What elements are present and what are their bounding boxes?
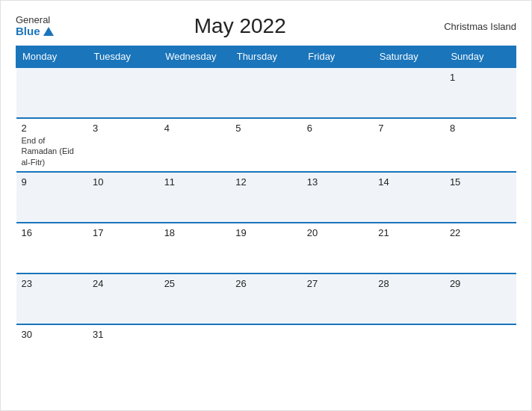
calendar-cell bbox=[373, 324, 445, 375]
calendar-cell: 30 bbox=[16, 324, 88, 375]
calendar-cell bbox=[230, 67, 302, 118]
day-number: 11 bbox=[164, 176, 226, 188]
day-number: 7 bbox=[378, 123, 439, 134]
region-label: Christmas Island bbox=[427, 21, 516, 32]
calendar-cell: 8 bbox=[445, 118, 516, 172]
calendar-cell: 10 bbox=[87, 172, 159, 223]
day-number: 1 bbox=[450, 72, 511, 83]
calendar-cell bbox=[159, 67, 231, 118]
day-number: 24 bbox=[93, 278, 154, 289]
header-friday: Friday bbox=[302, 46, 374, 68]
day-number: 18 bbox=[164, 227, 226, 238]
header-saturday: Saturday bbox=[373, 46, 445, 68]
calendar-cell: 9 bbox=[16, 172, 88, 223]
logo-general-text: General bbox=[16, 15, 54, 25]
calendar-table: Monday Tuesday Wednesday Thursday Friday… bbox=[16, 46, 516, 375]
weekday-header-row: Monday Tuesday Wednesday Thursday Friday… bbox=[16, 46, 516, 68]
logo-triangle-icon bbox=[43, 27, 54, 36]
day-number: 10 bbox=[93, 176, 154, 188]
calendar-cell: 4 bbox=[159, 118, 231, 172]
day-number: 26 bbox=[235, 278, 297, 289]
day-number: 2 bbox=[22, 123, 83, 134]
day-number: 25 bbox=[164, 278, 226, 289]
day-number: 6 bbox=[307, 123, 368, 134]
day-number: 17 bbox=[93, 227, 154, 238]
calendar-cell: 18 bbox=[159, 223, 231, 274]
calendar-cell: 20 bbox=[302, 223, 374, 274]
calendar-cell bbox=[302, 67, 374, 118]
day-number: 30 bbox=[22, 329, 83, 340]
logo-blue-text: Blue bbox=[16, 25, 54, 38]
calendar-cell bbox=[16, 67, 88, 118]
calendar-cell bbox=[87, 67, 159, 118]
calendar-cell: 11 bbox=[159, 172, 231, 223]
day-number: 19 bbox=[235, 227, 297, 238]
header-sunday: Sunday bbox=[445, 46, 516, 68]
day-number: 31 bbox=[93, 329, 154, 340]
day-number: 21 bbox=[378, 227, 439, 238]
calendar-week-row: 1 bbox=[16, 67, 516, 118]
calendar-cell: 21 bbox=[373, 223, 445, 274]
day-number: 20 bbox=[307, 227, 368, 238]
calendar-cell: 6 bbox=[302, 118, 374, 172]
calendar-cell: 14 bbox=[373, 172, 445, 223]
logo: General Blue bbox=[16, 15, 54, 38]
calendar-week-row: 23242526272829 bbox=[16, 274, 516, 324]
calendar-week-row: 2End of Ramadan (Eid al-Fitr)345678 bbox=[16, 118, 516, 172]
day-number: 23 bbox=[22, 278, 83, 289]
calendar-cell: 26 bbox=[230, 274, 302, 324]
day-number: 12 bbox=[235, 176, 297, 188]
day-number: 9 bbox=[22, 176, 83, 188]
header-monday: Monday bbox=[16, 46, 88, 68]
calendar-cell: 22 bbox=[445, 223, 516, 274]
calendar-cell: 31 bbox=[87, 324, 159, 375]
calendar-cell: 5 bbox=[230, 118, 302, 172]
calendar-cell: 1 bbox=[445, 67, 516, 118]
day-number: 28 bbox=[378, 278, 439, 289]
calendar-cell bbox=[230, 324, 302, 375]
day-number: 8 bbox=[450, 123, 511, 134]
calendar-cell bbox=[445, 324, 516, 375]
header-thursday: Thursday bbox=[230, 46, 302, 68]
event-text: End of Ramadan (Eid al-Fitr) bbox=[22, 136, 74, 167]
calendar-cell: 3 bbox=[87, 118, 159, 172]
calendar-cell: 23 bbox=[16, 274, 88, 324]
calendar-cell: 28 bbox=[373, 274, 445, 324]
calendar-cell: 15 bbox=[445, 172, 516, 223]
calendar-cell bbox=[373, 67, 445, 118]
calendar-cell: 17 bbox=[87, 223, 159, 274]
day-number: 16 bbox=[22, 227, 83, 238]
calendar-cell: 12 bbox=[230, 172, 302, 223]
calendar-cell: 2End of Ramadan (Eid al-Fitr) bbox=[16, 118, 88, 172]
calendar-cell: 29 bbox=[445, 274, 516, 324]
calendar-week-row: 16171819202122 bbox=[16, 223, 516, 274]
calendar-cell: 19 bbox=[230, 223, 302, 274]
calendar-cell: 13 bbox=[302, 172, 374, 223]
calendar-week-row: 9101112131415 bbox=[16, 172, 516, 223]
day-number: 13 bbox=[307, 176, 368, 188]
calendar-header: General Blue May 2022 Christmas Island bbox=[16, 14, 516, 38]
calendar-cell bbox=[159, 324, 231, 375]
calendar-cell bbox=[302, 324, 374, 375]
day-number: 3 bbox=[93, 123, 154, 134]
day-number: 5 bbox=[235, 123, 297, 134]
day-number: 29 bbox=[450, 278, 511, 289]
calendar-cell: 27 bbox=[302, 274, 374, 324]
calendar-week-row: 3031 bbox=[16, 324, 516, 375]
header-wednesday: Wednesday bbox=[159, 46, 231, 68]
calendar-cell: 25 bbox=[159, 274, 231, 324]
day-number: 22 bbox=[450, 227, 511, 238]
calendar-cell: 24 bbox=[87, 274, 159, 324]
day-number: 14 bbox=[378, 176, 439, 188]
calendar-cell: 16 bbox=[16, 223, 88, 274]
calendar-container: General Blue May 2022 Christmas Island M… bbox=[0, 0, 532, 411]
calendar-cell: 7 bbox=[373, 118, 445, 172]
day-number: 4 bbox=[164, 123, 226, 134]
header-tuesday: Tuesday bbox=[87, 46, 159, 68]
calendar-title: May 2022 bbox=[54, 14, 427, 38]
day-number: 27 bbox=[307, 278, 368, 289]
day-number: 15 bbox=[450, 176, 511, 188]
